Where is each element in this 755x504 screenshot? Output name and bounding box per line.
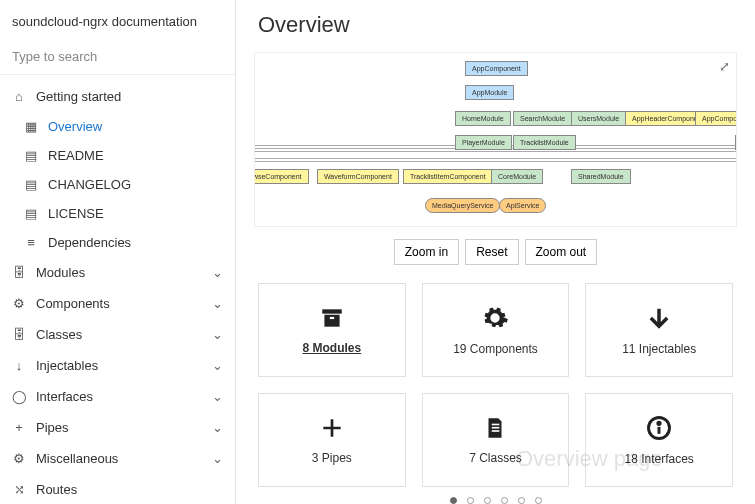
archive-icon [319,305,345,331]
carousel-dot[interactable] [535,497,542,504]
carousel-dot[interactable] [484,497,491,504]
nav-sub-overview[interactable]: ▦Overview [18,112,235,141]
circle-icon: ◯ [12,389,26,404]
nav-label: Overview [48,119,102,134]
overview-card-8-modules[interactable]: 8 Modules [258,283,406,377]
chevron-down-icon: ⌄ [212,327,223,342]
zoom-in-button[interactable]: Zoom in [394,239,459,265]
carousel-dot[interactable] [467,497,474,504]
zoom-out-button[interactable]: Zoom out [525,239,598,265]
gear-icon: ⚙ [12,296,26,311]
nav-sub-readme[interactable]: ▤README [18,141,235,170]
diagram-node[interactable]: WaveformComponent [317,169,399,184]
nav-section-classes[interactable]: 🗄Classes⌄ [0,319,235,350]
diagram-node[interactable]: AppModule [465,85,514,100]
nav-section-interfaces[interactable]: ◯Interfaces⌄ [0,381,235,412]
overview-cards: 8 Modules19 Components11 Injectables3 Pi… [254,283,737,487]
svg-rect-3 [492,424,500,426]
chevron-down-icon: ⌄ [212,265,223,280]
nav-label: Modules [36,265,85,280]
diagram-node[interactable]: ApiService [499,198,546,213]
svg-rect-0 [322,309,342,313]
svg-rect-1 [324,315,339,327]
down-icon [645,304,673,332]
site-title: soundcloud-ngrx documentation [0,0,235,39]
svg-rect-4 [492,427,500,429]
diagram-node[interactable]: HomeModule [455,111,511,126]
diagram-node[interactable]: SharedModule [571,169,631,184]
nav-sub-dependencies[interactable]: ≡Dependencies [18,228,235,257]
diagram-node[interactable]: UsersModule [571,111,626,126]
home-icon: ⌂ [12,89,26,104]
card-label: 19 Components [453,342,538,356]
diagram-node[interactable]: TracklistModule [513,135,576,150]
chevron-down-icon: ⌄ [212,451,223,466]
svg-point-7 [658,422,660,424]
svg-rect-5 [492,430,500,432]
nav-sub-changelog[interactable]: ▤CHANGELOG [18,170,235,199]
card-label: 18 Interfaces [624,452,693,466]
doc-icon: ▤ [24,177,38,192]
doc-icon: ▤ [24,148,38,163]
carousel-dot[interactable] [450,497,457,504]
diagram-node[interactable]: CoreModule [491,169,543,184]
plus-icon [319,415,345,441]
overview-card-7-classes[interactable]: 7 Classes [422,393,570,487]
nav-label: Classes [36,327,82,342]
down-icon: ↓ [12,358,26,373]
carousel-dots [254,497,737,504]
overview-card-11-injectables[interactable]: 11 Injectables [585,283,733,377]
svg-rect-2 [330,317,334,319]
nav-getting-started[interactable]: ⌂ Getting started [0,81,235,112]
nav-label: Routes [36,482,77,497]
diagram-node[interactable]: RoutingTo [735,135,737,150]
nav-section-injectables[interactable]: ↓Injectables⌄ [0,350,235,381]
diagram-node[interactable]: SearchModule [513,111,572,126]
main: Overview ⤢ AppComponentAppModuleHomeModu… [236,0,755,504]
nav-section-modules[interactable]: 🗄Modules⌄ [0,257,235,288]
chevron-down-icon: ⌄ [212,420,223,435]
nav-label: Components [36,296,110,311]
overview-card-3-pipes[interactable]: 3 Pipes [258,393,406,487]
shuffle-icon: ⤭ [12,482,26,497]
diagram-node[interactable]: TracklistItemComponent [403,169,493,184]
diagram-node[interactable]: PlayerModule [455,135,512,150]
nav-label: Getting started [36,89,121,104]
nav-label: Dependencies [48,235,131,250]
nav-section-miscellaneous[interactable]: ⚙Miscellaneous⌄ [0,443,235,474]
nav-sub-license[interactable]: ▤LICENSE [18,199,235,228]
diagram-node[interactable]: AppComponent [465,61,528,76]
search-input[interactable] [0,39,235,75]
carousel-dot[interactable] [518,497,525,504]
archive-icon: 🗄 [12,327,26,342]
card-label: 7 Classes [469,451,522,465]
list-icon: ≡ [24,235,38,250]
info-icon [645,414,673,442]
nav-label: Interfaces [36,389,93,404]
nav-label: LICENSE [48,206,104,221]
carousel-dot[interactable] [501,497,508,504]
overview-card-18-interfaces[interactable]: 18 Interfaces [585,393,733,487]
diagram-node[interactable]: AppComponent [695,111,737,126]
grid-icon: ▦ [24,119,38,134]
overview-card-19-components[interactable]: 19 Components [422,283,570,377]
zoom-controls: Zoom in Reset Zoom out [254,239,737,265]
nav-label: Injectables [36,358,98,373]
nav-label: Pipes [36,420,69,435]
chevron-down-icon: ⌄ [212,358,223,373]
chevron-down-icon: ⌄ [212,389,223,404]
nav-section-components[interactable]: ⚙Components⌄ [0,288,235,319]
gear-icon [481,304,509,332]
card-label: 8 Modules [302,341,361,355]
plus-icon: + [12,420,26,435]
nav: ⌂ Getting started ▦Overview▤README▤CHANG… [0,75,235,504]
nav-routes[interactable]: ⤭Routes [0,474,235,504]
archive-icon: 🗄 [12,265,26,280]
nav-section-pipes[interactable]: +Pipes⌄ [0,412,235,443]
dependency-diagram[interactable]: ⤢ AppComponentAppModuleHomeModuleSearchM… [254,52,737,227]
card-label: 3 Pipes [312,451,352,465]
diagram-node[interactable]: BrowseComponent [254,169,309,184]
zoom-reset-button[interactable]: Reset [465,239,518,265]
diagram-node[interactable]: MediaQueryService [425,198,500,213]
nav-label: Miscellaneous [36,451,118,466]
